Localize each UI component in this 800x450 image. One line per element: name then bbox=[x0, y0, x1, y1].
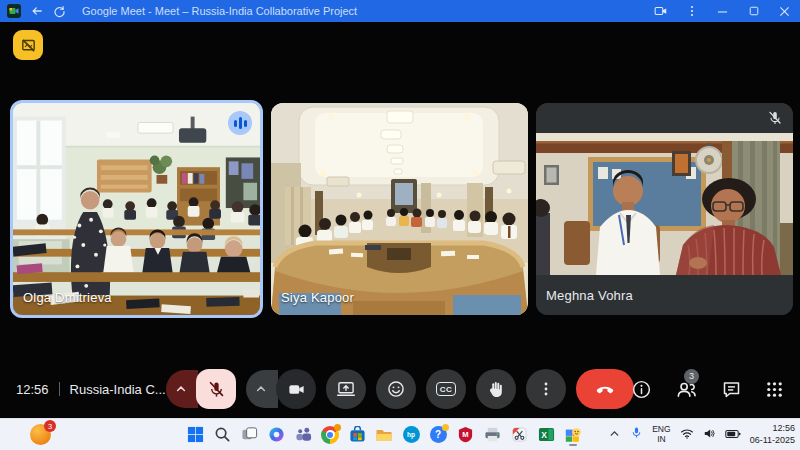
people-button[interactable]: 3 bbox=[675, 378, 698, 401]
mic-options-chevron[interactable] bbox=[166, 370, 198, 408]
language-line2: IN bbox=[652, 435, 670, 445]
volume-icon[interactable] bbox=[703, 426, 716, 444]
video-tile-meghna-vohra[interactable]: Meghna Vohra bbox=[536, 103, 793, 315]
meeting-name: Russia-India C... bbox=[70, 382, 166, 397]
printer-icon[interactable] bbox=[481, 423, 503, 446]
conference-room-video bbox=[271, 103, 528, 315]
excel-icon[interactable]: X bbox=[535, 423, 557, 446]
audio-activity-icon bbox=[228, 111, 252, 135]
meet-app-icon[interactable] bbox=[562, 423, 584, 446]
back-arrow-icon[interactable] bbox=[30, 4, 44, 18]
search-icon[interactable] bbox=[211, 423, 233, 446]
tray-time: 12:56 bbox=[750, 423, 795, 435]
meeting-clock: 12:56 bbox=[16, 382, 49, 397]
window-menu-icon[interactable] bbox=[676, 0, 707, 22]
screen: Google Meet - Meet – Russia-India Collab… bbox=[0, 0, 800, 450]
help-icon[interactable]: ? bbox=[427, 423, 449, 446]
maximize-button[interactable] bbox=[738, 0, 769, 22]
video-tile-olga-dmitrieva[interactable]: Olga Dmitrieva bbox=[10, 100, 263, 318]
file-explorer-icon[interactable] bbox=[373, 423, 395, 446]
captions-button[interactable]: CC bbox=[426, 369, 466, 409]
wifi-icon[interactable] bbox=[680, 426, 694, 444]
more-options-button[interactable] bbox=[526, 369, 566, 409]
tray-chevron-icon[interactable] bbox=[608, 426, 621, 444]
teams-icon[interactable] bbox=[292, 423, 314, 446]
divider bbox=[59, 382, 60, 396]
help-glyph: ? bbox=[435, 429, 441, 440]
hp-icon[interactable]: hp bbox=[400, 423, 422, 446]
chrome-icon[interactable] bbox=[319, 423, 341, 446]
copilot-icon[interactable] bbox=[265, 423, 287, 446]
participant-muted-icon bbox=[767, 110, 783, 130]
window-titlebar: Google Meet - Meet – Russia-India Collab… bbox=[0, 0, 800, 22]
mic-control bbox=[166, 369, 236, 409]
end-call-button[interactable] bbox=[576, 369, 634, 409]
battery-icon[interactable] bbox=[725, 426, 741, 444]
chat-button[interactable] bbox=[721, 379, 742, 400]
participant-name-label: Meghna Vohra bbox=[546, 288, 633, 303]
meet-control-bar: 12:56 Russia-India C... bbox=[0, 363, 800, 415]
activities-grid-button[interactable] bbox=[765, 380, 784, 399]
camera-control bbox=[246, 369, 316, 409]
windows-taskbar: 3 bbox=[0, 418, 800, 450]
excel-glyph: X bbox=[541, 430, 547, 440]
notification-badge: 3 bbox=[44, 420, 56, 432]
close-button[interactable] bbox=[769, 0, 800, 22]
task-view-icon[interactable] bbox=[238, 423, 260, 446]
notification-app-icon[interactable]: 3 bbox=[30, 424, 51, 445]
help-notification-dot bbox=[442, 424, 449, 431]
snipping-tool-icon[interactable] bbox=[508, 423, 530, 446]
language-indicator[interactable]: ENG IN bbox=[652, 425, 670, 445]
microsoft-store-icon[interactable] bbox=[346, 423, 368, 446]
video-grid: Olga Dmitrieva bbox=[10, 98, 793, 320]
taskbar-icons: hp ? M X bbox=[184, 423, 584, 446]
tray-mic-icon[interactable] bbox=[630, 426, 643, 444]
camera-options-chevron[interactable] bbox=[246, 370, 278, 408]
meeting-info-button[interactable] bbox=[631, 379, 652, 400]
reactions-button[interactable] bbox=[376, 369, 416, 409]
captions-label: CC bbox=[436, 382, 456, 396]
minimize-button[interactable] bbox=[707, 0, 738, 22]
meghna-video bbox=[536, 103, 793, 315]
google-meet-logo-icon bbox=[7, 4, 21, 18]
classroom-video bbox=[13, 103, 260, 315]
mic-muted-button[interactable] bbox=[196, 369, 236, 409]
running-app-indicator bbox=[569, 444, 577, 447]
camera-on-button[interactable] bbox=[276, 369, 316, 409]
mcafee-icon[interactable]: M bbox=[454, 423, 476, 446]
tab-media-indicator-icon[interactable] bbox=[645, 0, 676, 22]
raise-hand-button[interactable] bbox=[476, 369, 516, 409]
participant-name-label: Siya Kapoor bbox=[281, 290, 354, 305]
windows-start-icon[interactable] bbox=[184, 423, 206, 446]
hp-label: hp bbox=[403, 426, 420, 443]
present-screen-button[interactable] bbox=[326, 369, 366, 409]
tray-date: 06-11-2025 bbox=[750, 435, 795, 447]
refresh-icon[interactable] bbox=[53, 5, 66, 18]
system-tray: ENG IN 12:56 06-11-2025 bbox=[608, 419, 795, 450]
video-tile-siya-kapoor[interactable]: Siya Kapoor bbox=[271, 103, 528, 315]
presentation-off-warning-icon[interactable] bbox=[13, 30, 43, 60]
participant-name-label: Olga Dmitrieva bbox=[23, 290, 112, 305]
chrome-notification-dot bbox=[334, 424, 341, 431]
participant-count-badge: 3 bbox=[684, 369, 699, 384]
window-title: Google Meet - Meet – Russia-India Collab… bbox=[82, 5, 357, 17]
tray-clock[interactable]: 12:56 06-11-2025 bbox=[750, 423, 795, 446]
mcafee-glyph: M bbox=[462, 430, 468, 439]
